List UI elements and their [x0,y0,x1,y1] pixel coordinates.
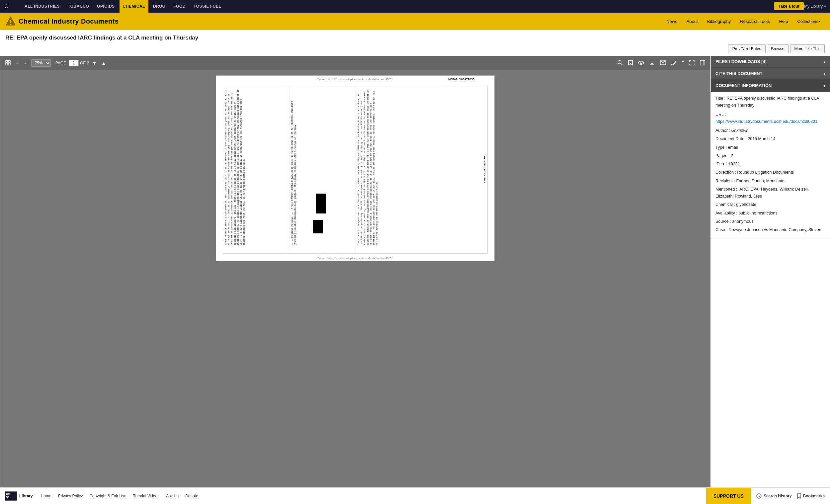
doc-left-col-text: These remarks are all confidential and I… [224,87,246,247]
eye-toolbar-button[interactable] [636,59,646,67]
bookmarks-button[interactable]: Bookmarks [797,493,825,499]
footer-donate-link[interactable]: Donate [185,494,198,498]
brand-nav-help[interactable]: Help [774,12,793,30]
footer-tutorial-link[interactable]: Tutorial Videos [133,494,159,498]
footer-ask-link[interactable]: Ask Us [166,494,179,498]
brand-nav-collections[interactable]: Collections [793,12,825,30]
document-info-header[interactable]: DOCUMENT INFORMATION ▾ [711,80,830,92]
fullscreen-toolbar-button[interactable] [688,59,696,67]
svg-rect-8 [6,63,8,65]
svg-line-11 [621,63,622,65]
right-sidebar: FILES / DOWNLOADS [4] › CITE THIS DOCUME… [710,56,830,487]
nav-drug[interactable]: DRUG [150,0,169,12]
doc-right-col-text: One of our colleagues was on a CLA call … [357,87,379,247]
footer-library-text: Library [19,494,33,498]
bookmark-toolbar-button[interactable] [627,59,634,67]
collection-value: Roundup Litigation Documents [737,170,794,175]
footer-home-link[interactable]: Home [41,494,52,498]
download-toolbar-button[interactable] [648,59,657,67]
footer-logo: UC SF Library [5,491,33,501]
thumbnail-toggle-button[interactable] [4,59,12,67]
cite-document-arrow: › [824,71,825,76]
search-history-button[interactable]: Search History [756,493,792,499]
nav-opioids[interactable]: OPIOIDS [94,0,118,12]
quote-toolbar-button[interactable]: " [680,59,685,67]
brand-nav-news[interactable]: News [662,12,682,30]
chemical-value: glyphosate [736,202,756,207]
nav-chemical[interactable]: CHEMICAL [120,0,149,12]
source-value: anonymous [732,219,754,224]
page-title: RE: EPA openly discussed IARC findings a… [5,34,825,41]
collection-label: Collection : [715,170,736,175]
doc-mid-col-text: -----Original Message----- From: FARMER,… [290,87,297,247]
footer-links: Home Privacy Policy Copyright & Fair Use… [41,494,706,498]
redaction-block-2 [313,220,323,233]
sidebar-toggle-button[interactable] [698,59,707,67]
take-tour-button[interactable]: Take a tour [774,2,804,10]
files-downloads-header[interactable]: FILES / DOWNLOADS [4] › [711,56,830,68]
page-number-input[interactable] [69,60,79,66]
support-us-button[interactable]: SUPPORT US [706,488,751,504]
doc-bates-top: MONGLY00977035 [448,78,474,81]
download-icon [649,60,655,65]
svg-marker-27 [797,494,801,498]
document-page: Source: https://www.industrydocuments.uc… [216,75,495,261]
viewer-toolbar: − + 75% PAGE OF 2 ▼ ▲ [0,56,710,70]
brand-nav-about[interactable]: About [682,12,703,30]
search-icon [617,60,623,65]
svg-rect-7 [8,60,10,62]
prev-next-bates-button[interactable]: Prev/Next Bates [728,44,766,53]
title-value: RE: EPA openly discussed IARC findings a… [715,96,819,107]
document-page-wrapper: Source: https://www.industrydocuments.uc… [0,70,710,487]
clock-icon [756,493,762,499]
cite-document-header[interactable]: CITE THIS DOCUMENT › [711,68,830,80]
nav-fossil-fuel[interactable]: FOSSIL FUEL [190,0,224,12]
source-label: Source : [715,219,731,224]
zoom-in-button[interactable]: + [23,59,29,67]
zoom-select[interactable]: 75% [31,59,51,67]
brand-title: Chemical Industry Documents [19,18,119,25]
ucsf-logo-icon: UC SF [4,2,16,11]
chemical-label: Chemical : [715,202,735,207]
footer: UC SF Library Home Privacy Policy Copyri… [0,487,830,504]
doc-date-value: 2015 March 14 [748,136,775,141]
nav-all-industries[interactable]: ALL INDUSTRIES [21,0,63,12]
zoom-out-button[interactable]: − [14,59,21,67]
type-label: Type : [715,145,727,150]
nav-food[interactable]: FOOD [170,0,189,12]
mentioned-label: Mentioned : [715,187,737,192]
svg-point-14 [640,62,642,64]
total-pages: 2 [87,61,89,65]
brand-logo: Chemical Industry Documents [5,16,662,27]
nav-tobacco[interactable]: TOBACCO [64,0,92,12]
recipient-label: Recipient : [715,179,735,183]
availability-value: public; no restrictions [738,211,777,216]
svg-line-26 [759,496,760,497]
page-up-button[interactable]: ▲ [100,60,107,66]
svg-text:SF: SF [5,6,8,9]
id-value: nzdl0231 [723,162,740,166]
my-library-link[interactable]: My Library ▾ [804,4,826,9]
case-label: Case : [715,227,727,232]
url-value[interactable]: https://www.industrydocuments.ucsf.edu/d… [715,119,818,124]
brand-nav-research-tools[interactable]: Research Tools [735,12,774,30]
files-downloads-arrow: › [824,59,825,64]
document-info-arrow: ▾ [823,83,825,88]
doc-source-bottom: Source: https://www.industrydocuments.uc… [318,257,393,260]
more-like-this-button[interactable]: More Like This [790,44,825,53]
eye-icon [638,60,644,65]
svg-rect-6 [6,60,8,62]
recipient-value: Farmer, Donna; Monsanto [736,179,785,183]
brand-nav-bibliography[interactable]: Bibliography [703,12,736,30]
footer-privacy-link[interactable]: Privacy Policy [58,494,83,498]
fullscreen-icon [689,60,695,65]
svg-point-10 [618,60,621,64]
browse-button[interactable]: Browse [767,44,789,53]
page-down-button[interactable]: ▼ [91,60,99,66]
email-toolbar-button[interactable] [658,59,668,67]
bookmark-footer-icon [797,493,801,499]
search-toolbar-button[interactable] [616,59,625,67]
pencil-toolbar-button[interactable] [670,59,678,67]
author-label: Author : [715,128,730,133]
footer-copyright-link[interactable]: Copyright & Fair Use [89,494,126,498]
